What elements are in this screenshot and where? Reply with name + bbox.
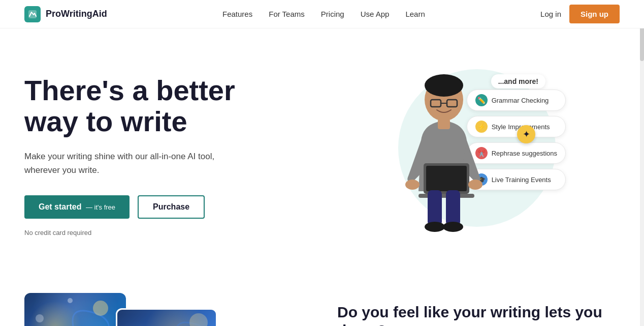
svg-rect-6 [438, 119, 450, 129]
no-credit-card-text: No credit card required [24, 229, 299, 236]
hero-buttons: Get started — it's free Purchase [24, 195, 299, 219]
nav-use-app[interactable]: Use App [361, 10, 390, 18]
pill-label-rephrase: Rephrase suggestions [492, 150, 557, 157]
nav-for-teams[interactable]: For Teams [269, 10, 305, 18]
svg-rect-12 [428, 190, 442, 226]
get-started-button[interactable]: Get started — it's free [24, 195, 130, 219]
person-figure [393, 74, 495, 244]
logo-icon [24, 6, 41, 22]
hero-title: There's a better way to write [24, 75, 299, 137]
artwork-second [116, 308, 217, 326]
section-two-left: My idea in my head [24, 293, 307, 326]
login-button[interactable]: Log in [540, 10, 561, 18]
navbar: ProWritingAid Features For Teams Pricing… [0, 0, 644, 28]
more-badge: ...and more! [491, 74, 545, 88]
svg-point-15 [443, 222, 463, 232]
scrollbar-track[interactable] [640, 0, 644, 326]
svg-rect-13 [446, 190, 460, 226]
nav-pricing[interactable]: Pricing [321, 10, 344, 18]
purchase-button[interactable]: Purchase [138, 195, 205, 219]
svg-point-10 [405, 180, 420, 190]
cta-primary-text: Get started [39, 202, 81, 211]
nav-links: Features For Teams Pricing Use App Learn [222, 10, 425, 19]
artwork-container: My idea in my head [24, 293, 238, 326]
hero-illustration: ...and more! ✦ [363, 64, 556, 247]
artwork-first [24, 293, 126, 326]
section-title: Do you feel like your writing lets you d… [337, 303, 620, 326]
nav-learn[interactable]: Learn [405, 10, 425, 18]
hero-section: There's a better way to write Make your … [0, 28, 644, 273]
cta-primary-sub: — it's free [86, 203, 115, 211]
svg-point-19 [189, 313, 208, 326]
svg-point-11 [468, 180, 482, 190]
svg-point-14 [425, 222, 445, 232]
nav-actions: Log in Sign up [540, 5, 620, 23]
svg-point-17 [36, 314, 44, 322]
pill-label-grammar: Grammar Checking [492, 97, 549, 104]
svg-rect-8 [426, 166, 467, 191]
star-badge: ✦ [517, 125, 535, 143]
pill-label-training: Live Training Events [492, 176, 551, 184]
section-writing-fear: My idea in my head Do you feel like your… [0, 273, 644, 326]
hero-right: ...and more! ✦ [299, 59, 620, 252]
svg-point-2 [425, 74, 463, 97]
brand-name: ProWritingAid [46, 9, 107, 19]
logo-link[interactable]: ProWritingAid [24, 6, 107, 22]
svg-point-16 [93, 301, 108, 316]
hero-subtitle: Make your writing shine with our all-in-… [24, 150, 238, 177]
nav-features[interactable]: Features [222, 10, 252, 18]
svg-point-18 [68, 298, 73, 303]
hero-left: There's a better way to write Make your … [24, 75, 299, 237]
section-two-right: Do you feel like your writing lets you d… [337, 293, 620, 326]
signup-button[interactable]: Sign up [569, 5, 620, 23]
